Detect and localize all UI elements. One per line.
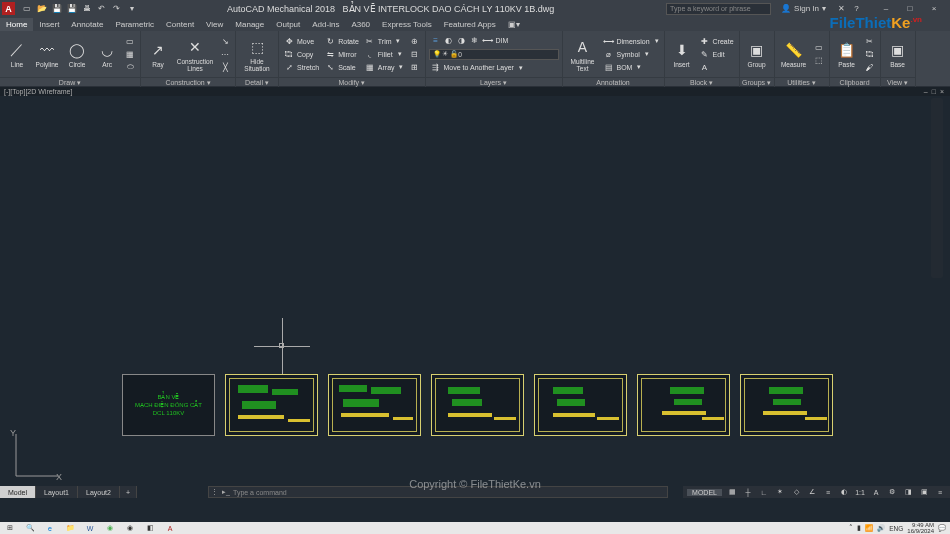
scale-button[interactable]: ⤡Scale bbox=[323, 61, 361, 73]
sheet-cover[interactable]: BẢN VẼ MẠCH ĐIỆN ĐÓNG CẮT DCL 110KV bbox=[122, 374, 215, 436]
tab-featured[interactable]: Featured Apps bbox=[438, 18, 502, 31]
iso-icon[interactable]: ◨ bbox=[902, 487, 914, 497]
explorer-icon[interactable]: 📁 bbox=[60, 522, 80, 534]
sheet-3[interactable] bbox=[431, 374, 524, 436]
ray-button[interactable]: ↗Ray bbox=[144, 33, 172, 75]
custom-icon[interactable]: ≡ bbox=[934, 487, 946, 497]
exchange-icon[interactable]: ✕ bbox=[836, 3, 847, 14]
sheet-1[interactable] bbox=[225, 374, 318, 436]
edit-attr-icon[interactable]: A bbox=[698, 61, 736, 73]
drawing-canvas[interactable]: BẢN VẼ MẠCH ĐIỆN ĐÓNG CẮT DCL 110KV bbox=[0, 96, 950, 510]
tab-annotate[interactable]: Annotate bbox=[65, 18, 109, 31]
copy-clip-icon[interactable]: ⿻ bbox=[863, 48, 877, 60]
mirror-button[interactable]: ⇋Mirror bbox=[323, 48, 361, 60]
polar-icon[interactable]: ✶ bbox=[774, 487, 786, 497]
ucs-icon[interactable]: Y X bbox=[8, 428, 64, 486]
tray-volume-icon[interactable]: 🔊 bbox=[877, 524, 885, 532]
sheet-4[interactable] bbox=[534, 374, 627, 436]
doc-max-button[interactable]: □ bbox=[932, 88, 936, 95]
line-button[interactable]: ／Line bbox=[3, 33, 31, 75]
ellipse-icon[interactable]: ⬭ bbox=[123, 61, 137, 73]
edge-icon[interactable]: e bbox=[40, 522, 60, 534]
clean-icon[interactable]: ▣ bbox=[918, 487, 930, 497]
qat-more-icon[interactable]: ▾ bbox=[126, 3, 137, 14]
symbol-button[interactable]: ⌀Symbol ▾ bbox=[602, 48, 661, 60]
copy-button[interactable]: ⿻Copy bbox=[282, 48, 321, 60]
layout-tab-2[interactable]: Layout2 bbox=[78, 486, 120, 498]
paste-button[interactable]: 📋Paste bbox=[833, 33, 861, 75]
move-button[interactable]: ✥Move bbox=[282, 35, 321, 47]
tray-clock[interactable]: 9:49 AM 16/9/2024 bbox=[907, 522, 934, 534]
rotate-button[interactable]: ↻Rotate bbox=[323, 35, 361, 47]
panel-utilities-title[interactable]: Utilities ▾ bbox=[775, 77, 829, 87]
scale-label[interactable]: 1:1 bbox=[854, 487, 866, 497]
signin-button[interactable]: 👤 Sign In ▾ bbox=[775, 4, 832, 13]
start-button[interactable]: ⊞ bbox=[0, 522, 20, 534]
tray-battery-icon[interactable]: ▮ bbox=[857, 524, 861, 532]
saveas-icon[interactable]: 💾 bbox=[66, 3, 77, 14]
panel-groups-title[interactable]: Groups ▾ bbox=[740, 77, 774, 87]
panel-view-title[interactable]: View ▾ bbox=[881, 77, 915, 87]
panel-modify-title[interactable]: Modify ▾ bbox=[279, 77, 425, 87]
match-icon[interactable]: 🖌 bbox=[863, 61, 877, 73]
create-block-button[interactable]: ✚Create bbox=[698, 35, 736, 47]
layprev-icon[interactable]: ◐ bbox=[444, 36, 454, 46]
cmd-handle-icon[interactable]: ⋮ bbox=[209, 488, 219, 496]
move-to-layer-button[interactable]: ⇶Move to Another Layer ▾ bbox=[429, 62, 559, 74]
dim-icon[interactable]: ⟷ bbox=[483, 36, 493, 46]
edit-block-button[interactable]: ✎Edit bbox=[698, 48, 736, 60]
tab-express[interactable]: Express Tools bbox=[376, 18, 438, 31]
plot-icon[interactable]: 🖶 bbox=[81, 3, 92, 14]
circle-button[interactable]: ◯Circle bbox=[63, 33, 91, 75]
base-button[interactable]: ▣Base bbox=[884, 33, 912, 75]
tab-parametric[interactable]: Parametric bbox=[109, 18, 160, 31]
tray-chevron-icon[interactable]: ˄ bbox=[849, 524, 853, 532]
word-icon[interactable]: W bbox=[80, 522, 100, 534]
layer-dropdown[interactable]: 💡 ☀ 🔓 0 bbox=[429, 49, 559, 60]
layout-tab-1[interactable]: Layout1 bbox=[36, 486, 78, 498]
hide-situation-button[interactable]: ⬚Hide Situation bbox=[239, 33, 275, 75]
chrome-icon[interactable]: ◉ bbox=[120, 522, 140, 534]
cline-icon1[interactable]: ↘ bbox=[218, 35, 232, 47]
util-icon2[interactable]: ⬚ bbox=[812, 55, 826, 67]
undo-icon[interactable]: ↶ bbox=[96, 3, 107, 14]
save-icon[interactable]: 💾 bbox=[51, 3, 62, 14]
tab-insert[interactable]: Insert bbox=[33, 18, 65, 31]
panel-clipboard-title[interactable]: Clipboard bbox=[830, 77, 880, 87]
autocad-task-icon[interactable]: A bbox=[160, 522, 180, 534]
panel-draw-title[interactable]: Draw ▾ bbox=[0, 77, 140, 87]
tab-overflow[interactable]: ▣▾ bbox=[502, 18, 526, 31]
mod-icon3[interactable]: ⊞ bbox=[408, 61, 422, 73]
panel-layers-title[interactable]: Layers ▾ bbox=[426, 77, 562, 87]
tab-addins[interactable]: Add-ins bbox=[306, 18, 345, 31]
coccoc-icon[interactable]: ◉ bbox=[100, 522, 120, 534]
cline-icon2[interactable]: ⋯ bbox=[218, 48, 232, 60]
mod-icon2[interactable]: ⊟ bbox=[408, 48, 422, 60]
layout-tab-add[interactable]: + bbox=[120, 486, 137, 498]
array-button[interactable]: ▦Array ▾ bbox=[363, 61, 406, 73]
layer-icon[interactable]: ≡ bbox=[431, 36, 441, 46]
help-icon[interactable]: ? bbox=[851, 3, 862, 14]
panel-construction-title[interactable]: Construction ▾ bbox=[141, 77, 235, 87]
ortho-icon[interactable]: ∟ bbox=[758, 487, 770, 497]
sheet-5[interactable] bbox=[637, 374, 730, 436]
fillet-button[interactable]: ◟Fillet ▾ bbox=[363, 48, 406, 60]
measure-button[interactable]: 📏Measure bbox=[778, 33, 810, 75]
nav-bar[interactable] bbox=[930, 98, 944, 278]
tab-home[interactable]: Home bbox=[0, 18, 33, 31]
polyline-button[interactable]: 〰Polyline bbox=[33, 33, 61, 75]
doc-min-button[interactable]: – bbox=[924, 88, 928, 95]
anno-icon[interactable]: A bbox=[870, 487, 882, 497]
tab-view[interactable]: View bbox=[200, 18, 229, 31]
panel-detail-title[interactable]: Detail ▾ bbox=[236, 77, 278, 87]
dimension-button[interactable]: ⟷Dimension ▾ bbox=[602, 35, 661, 47]
layout-tab-model[interactable]: Model bbox=[0, 486, 36, 498]
otrack-icon[interactable]: ∠ bbox=[806, 487, 818, 497]
new-icon[interactable]: ▭ bbox=[21, 3, 32, 14]
grid-icon[interactable]: ▦ bbox=[726, 487, 738, 497]
snap-icon[interactable]: ┼ bbox=[742, 487, 754, 497]
arc-button[interactable]: ◡Arc bbox=[93, 33, 121, 75]
tray-lang[interactable]: ENG bbox=[889, 525, 903, 532]
search-task-icon[interactable]: 🔍 bbox=[20, 522, 40, 534]
close-button[interactable]: × bbox=[922, 2, 946, 15]
